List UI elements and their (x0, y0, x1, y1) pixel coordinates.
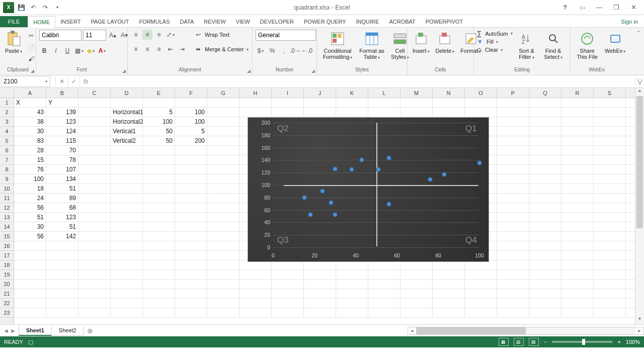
sheet-tab[interactable]: Sheet2 (51, 326, 84, 336)
decrease-decimal-icon[interactable]: ←.0 (302, 46, 312, 56)
cell[interactable] (529, 241, 561, 250)
format-as-table-button[interactable]: Format as Table (357, 30, 386, 62)
cell[interactable] (368, 270, 400, 279)
col-header[interactable]: R (561, 88, 594, 98)
cell[interactable] (46, 241, 78, 250)
cell[interactable]: 124 (46, 127, 78, 136)
cell[interactable]: 134 (46, 174, 78, 184)
cell[interactable]: 83 (14, 136, 46, 145)
cell[interactable] (368, 108, 400, 117)
cell[interactable] (78, 299, 111, 308)
cell[interactable] (497, 289, 529, 298)
increase-decimal-icon[interactable]: .0→ (290, 46, 300, 56)
cell[interactable]: Horizontal1 (111, 108, 143, 117)
cell[interactable] (78, 146, 111, 155)
cell[interactable] (46, 270, 78, 279)
cell[interactable] (368, 289, 400, 298)
zoom-in-icon[interactable]: + (617, 339, 620, 345)
cell[interactable] (497, 127, 529, 136)
name-box[interactable]: Z100▾ (1, 76, 50, 87)
cell[interactable] (529, 174, 561, 184)
dialog-launcher-icon[interactable]: ◢ (31, 68, 34, 73)
cell[interactable] (111, 270, 143, 279)
cell[interactable] (561, 260, 594, 269)
col-header[interactable]: J (304, 88, 336, 98)
vertical-scrollbar[interactable]: ▲▼ (635, 88, 644, 324)
tab-insert[interactable]: INSERT (55, 16, 86, 27)
cell[interactable] (143, 232, 175, 241)
cell[interactable] (175, 203, 207, 212)
col-header[interactable]: I (272, 88, 304, 98)
col-header[interactable]: D (111, 88, 143, 98)
bold-button[interactable]: B (39, 46, 49, 56)
cell[interactable] (175, 289, 207, 298)
cell[interactable] (175, 251, 207, 260)
cell[interactable] (239, 98, 272, 107)
cell[interactable] (497, 108, 529, 117)
cell[interactable] (529, 136, 561, 145)
cell[interactable] (561, 184, 594, 193)
zoom-level[interactable]: 100% (626, 339, 640, 345)
cell[interactable] (272, 108, 304, 117)
cell[interactable] (207, 146, 239, 155)
cell[interactable] (207, 155, 239, 164)
cell[interactable] (239, 289, 272, 298)
cell[interactable] (594, 260, 626, 269)
cell[interactable] (207, 270, 239, 279)
cell[interactable]: Vertical2 (111, 136, 143, 145)
tab-powerpivot[interactable]: POWERPIVOT (421, 16, 468, 27)
row-header[interactable]: 9 (0, 174, 14, 184)
col-header[interactable]: S (594, 88, 626, 98)
cell[interactable] (78, 155, 111, 164)
cell[interactable] (529, 308, 561, 317)
cell[interactable]: 51 (46, 222, 78, 231)
cell[interactable] (207, 260, 239, 269)
cell[interactable] (529, 184, 561, 193)
cell[interactable] (497, 165, 529, 174)
orientation-icon[interactable]: ⤢ (166, 30, 176, 40)
cell[interactable]: 15 (14, 155, 46, 164)
cell[interactable] (594, 213, 626, 222)
macro-record-icon[interactable]: ▢ (28, 339, 33, 345)
cell[interactable] (46, 251, 78, 260)
cell[interactable] (400, 289, 433, 298)
cell[interactable] (78, 241, 111, 250)
cell[interactable] (594, 127, 626, 136)
cell[interactable] (497, 194, 529, 203)
cell[interactable] (46, 260, 78, 269)
cell[interactable] (594, 194, 626, 203)
tab-file[interactable]: FILE (0, 16, 28, 27)
cell[interactable] (497, 270, 529, 279)
align-left-icon[interactable]: ≡ (131, 44, 141, 54)
cell[interactable] (594, 251, 626, 260)
cell[interactable] (143, 174, 175, 184)
cell[interactable] (304, 308, 336, 317)
cell[interactable] (529, 108, 561, 117)
row-header[interactable]: 14 (0, 222, 14, 232)
cell[interactable] (561, 222, 594, 231)
normal-view-icon[interactable]: ▦ (499, 338, 509, 346)
redo-icon[interactable]: ↷ (41, 4, 49, 12)
cell[interactable] (175, 308, 207, 317)
col-header[interactable]: P (497, 88, 529, 98)
cell[interactable] (561, 299, 594, 308)
col-header[interactable]: B (46, 88, 78, 98)
cell[interactable] (143, 203, 175, 212)
cell[interactable] (272, 289, 304, 298)
cell[interactable] (465, 289, 497, 298)
row-header[interactable]: 22 (0, 299, 14, 308)
cell[interactable] (304, 299, 336, 308)
cell[interactable] (594, 222, 626, 231)
cell[interactable] (594, 289, 626, 298)
cell[interactable] (46, 289, 78, 298)
cell[interactable] (207, 308, 239, 317)
cell[interactable] (78, 289, 111, 298)
cell[interactable] (465, 270, 497, 279)
cell[interactable] (433, 299, 465, 308)
cell[interactable] (46, 308, 78, 317)
cell[interactable] (78, 117, 111, 126)
cell[interactable] (175, 270, 207, 279)
cell[interactable] (529, 146, 561, 155)
cell[interactable] (143, 222, 175, 231)
cell[interactable] (78, 280, 111, 289)
